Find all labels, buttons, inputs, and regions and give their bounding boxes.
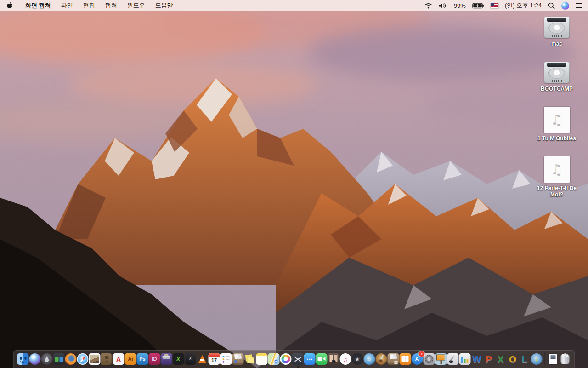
- archive-box-dock-icon[interactable]: [232, 353, 244, 365]
- menu-bar-clock[interactable]: (일) 오후 1:24: [505, 1, 542, 10]
- screen-capture-grab-running-indicator: [297, 366, 299, 368]
- facetime-dock-icon[interactable]: [316, 353, 328, 365]
- input-source-flag-icon[interactable]: [491, 3, 498, 8]
- launchpad-dock-icon[interactable]: [41, 353, 53, 365]
- vlc-dock-icon[interactable]: [197, 353, 208, 365]
- music-note-icon: ♫: [551, 113, 563, 127]
- unarchiver-dock-icon[interactable]: [388, 353, 399, 365]
- menu-item-0[interactable]: 파일: [56, 1, 78, 10]
- garageband-dock-icon[interactable]: [376, 353, 387, 365]
- volume-bootcamp[interactable]: BOOTCAMP: [531, 62, 582, 92]
- photoshop-glyph: Ps: [139, 356, 145, 362]
- imovie-dock-icon[interactable]: ★: [352, 353, 363, 365]
- lync-glyph: L: [522, 355, 527, 364]
- lync-dock-icon[interactable]: L: [519, 353, 531, 365]
- downloader-dock-icon[interactable]: ↓: [531, 353, 543, 365]
- outlook-dock-icon[interactable]: O: [507, 353, 519, 365]
- word-dock-icon[interactable]: W: [471, 353, 483, 365]
- reminders-dock-icon[interactable]: [220, 353, 232, 365]
- menu-bar-left: 화면 캡처 파일편집캡처윈도우도움말: [0, 1, 178, 10]
- desktop-icon-label: BOOTCAMP: [541, 86, 573, 92]
- preview-dock-icon[interactable]: [89, 353, 101, 365]
- harddrive-icon: [544, 17, 570, 38]
- mission-control-dock-icon[interactable]: [53, 353, 65, 365]
- screen-capture-grab-dock-icon[interactable]: [292, 353, 304, 365]
- itunes-dock-icon[interactable]: ♫: [340, 353, 351, 365]
- harddrive-icon: [544, 62, 570, 83]
- desktop-wallpaper: [0, 0, 588, 368]
- maps-dock-icon[interactable]: [268, 353, 280, 365]
- desktop-icons: macBOOTCAMP♫1 Tu M'Oublies♫12 Parle-T-Il…: [531, 17, 582, 213]
- menu-item-4[interactable]: 도움말: [150, 1, 178, 10]
- idvd-dock-icon[interactable]: ○: [364, 353, 375, 365]
- music-file-icon: ♫: [544, 107, 570, 133]
- imovie-glyph: ★: [355, 356, 360, 362]
- firefox-dock-icon[interactable]: [65, 353, 77, 365]
- keynote-dock-icon[interactable]: [435, 353, 447, 365]
- menu-item-2[interactable]: 캡처: [100, 1, 122, 10]
- notification-center-icon[interactable]: [576, 3, 582, 8]
- app-store-glyph: A: [415, 356, 419, 362]
- wifi-icon[interactable]: [424, 3, 432, 9]
- dock: AAiPsIDX*17…♫★○A1WPXOL↓: [13, 350, 575, 368]
- menu-bar-status: 99% (일) 오후 1:24: [424, 1, 588, 10]
- document-file-dock-icon[interactable]: [548, 353, 559, 365]
- messages-glyph: …: [306, 354, 313, 361]
- music-file-icon: ♫: [544, 156, 570, 183]
- app-store-badge: 1: [419, 351, 425, 356]
- audio-file-1[interactable]: ♫1 Tu M'Oublies: [531, 107, 582, 142]
- music-note-icon: ♫: [551, 163, 563, 177]
- toast-titanium-dock-icon[interactable]: [161, 353, 172, 365]
- indesign-glyph: ID: [152, 356, 157, 362]
- siri-dock-icon[interactable]: [29, 353, 41, 365]
- photo-booth-dock-icon[interactable]: [328, 353, 339, 365]
- fan-utility-glyph: *: [189, 356, 192, 364]
- safari-dock-icon[interactable]: [77, 353, 89, 365]
- xee-dock-icon[interactable]: X: [173, 353, 184, 365]
- stickies-dock-icon[interactable]: [244, 353, 256, 365]
- spotlight-search-icon[interactable]: [548, 2, 555, 9]
- system-preferences-dock-icon[interactable]: [424, 353, 435, 365]
- indesign-dock-icon[interactable]: ID: [149, 353, 160, 365]
- pages-dock-icon[interactable]: [447, 353, 459, 365]
- xee-glyph: X: [176, 356, 181, 362]
- numbers-dock-icon[interactable]: [459, 353, 471, 365]
- desktop-icon-label: 12 Parle-T-Il De Moi?: [531, 185, 582, 198]
- acrobat-reader-dock-icon[interactable]: A: [113, 353, 124, 365]
- photos-dock-icon[interactable]: [280, 353, 292, 365]
- volume-icon[interactable]: [439, 3, 447, 9]
- audio-file-2[interactable]: ♫12 Parle-T-Il De Moi?: [531, 156, 582, 198]
- desktop-icon-label: mac: [551, 40, 562, 47]
- apple-menu[interactable]: [0, 2, 20, 10]
- illustrator-dock-icon[interactable]: Ai: [125, 353, 136, 365]
- contacts-dock-icon[interactable]: [101, 353, 113, 365]
- menu-item-3[interactable]: 윈도우: [122, 1, 150, 10]
- dock-divider: [545, 352, 545, 365]
- word-glyph: W: [473, 355, 481, 364]
- ibooks-dock-icon[interactable]: [400, 353, 411, 365]
- fan-utility-dock-icon[interactable]: *: [185, 353, 196, 365]
- volume-mac[interactable]: mac: [531, 17, 582, 47]
- calendar-glyph: 17: [211, 358, 217, 363]
- app-store-dock-icon[interactable]: A1: [412, 353, 423, 365]
- powerpoint-dock-icon[interactable]: P: [483, 353, 495, 365]
- acrobat-reader-glyph: A: [116, 356, 121, 362]
- excel-dock-icon[interactable]: X: [495, 353, 507, 365]
- battery-charging-icon[interactable]: [472, 3, 484, 9]
- idvd-glyph: ○: [368, 356, 371, 362]
- messages-dock-icon[interactable]: …: [304, 353, 316, 365]
- desktop-icon-label: 1 Tu M'Oublies: [537, 135, 576, 142]
- menu-item-1[interactable]: 편집: [78, 1, 100, 10]
- trash-full-dock-icon[interactable]: [560, 353, 571, 365]
- menu-items: 파일편집캡처윈도우도움말: [56, 1, 178, 10]
- active-app-menu[interactable]: 화면 캡처: [20, 1, 56, 10]
- menu-bar: 화면 캡처 파일편집캡처윈도우도움말 99% (일) 오후 1:24: [0, 0, 588, 11]
- finder-dock-icon[interactable]: [17, 353, 29, 365]
- photoshop-dock-icon[interactable]: Ps: [137, 353, 148, 365]
- finder-running-indicator: [23, 366, 24, 368]
- powerpoint-glyph: P: [486, 355, 492, 364]
- battery-percent[interactable]: 99%: [454, 2, 466, 9]
- notes-dock-icon[interactable]: [256, 353, 268, 365]
- siri-icon[interactable]: [561, 2, 569, 10]
- calendar-dock-icon[interactable]: 17: [209, 353, 220, 365]
